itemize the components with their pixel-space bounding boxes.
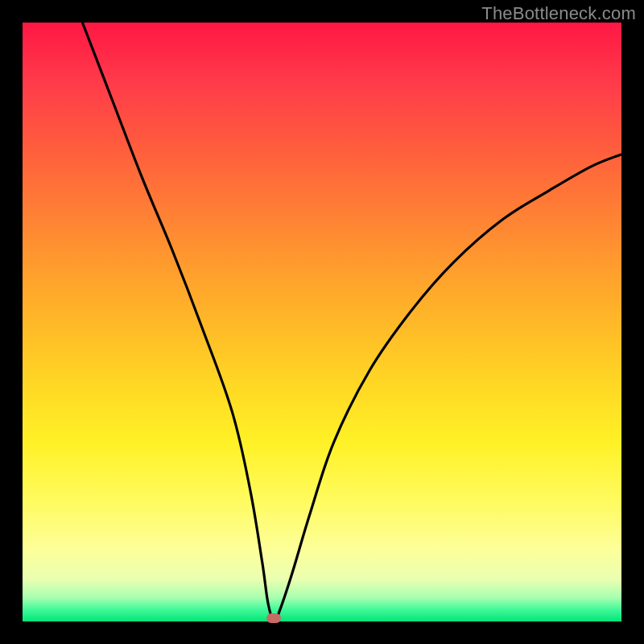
watermark-text: TheBottleneck.com (481, 3, 636, 24)
minimum-marker (266, 613, 281, 623)
bottleneck-curve (82, 23, 621, 621)
curve-layer (23, 23, 621, 621)
chart-frame: TheBottleneck.com (0, 0, 644, 644)
